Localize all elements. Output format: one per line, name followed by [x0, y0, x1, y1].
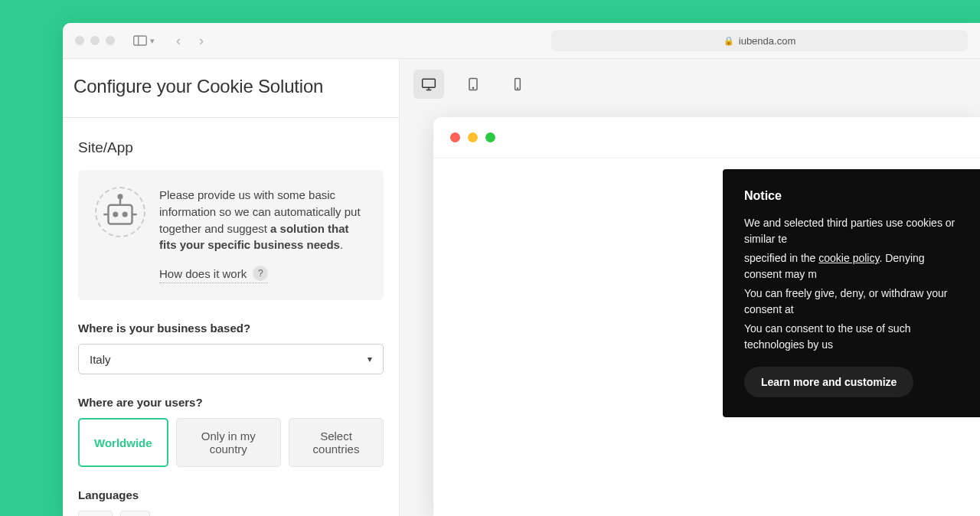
users-location-field: Where are your users? Worldwide Only in … [78, 396, 384, 467]
nav-arrows: ‹ › [173, 30, 207, 52]
how-it-works-link[interactable]: How does it work ? [159, 266, 268, 283]
chevron-down-icon: ▾ [368, 354, 372, 364]
option-my-country[interactable]: Only in my country [176, 418, 281, 467]
traffic-lights [75, 36, 115, 45]
lang-it[interactable]: IT [120, 511, 149, 516]
device-desktop-tab[interactable] [413, 70, 444, 99]
cookie-banner: Notice We and selected third parties use… [723, 169, 980, 417]
business-value: Italy [90, 353, 111, 366]
url-text: iubenda.com [739, 35, 795, 47]
info-text: Please provide us with some basic inform… [159, 187, 367, 253]
info-card: Please provide us with some basic inform… [78, 170, 384, 300]
svg-rect-0 [134, 36, 147, 45]
preview-max-dot [485, 132, 495, 142]
preview-stage: Notice We and selected third parties use… [400, 109, 980, 516]
option-select-countries[interactable]: Select countries [289, 418, 384, 467]
banner-line1b: specified in the cookie policy. Denying … [744, 250, 959, 282]
cookie-policy-link[interactable]: cookie policy [818, 252, 879, 264]
config-header: Configure your Cookie Solution [63, 59, 399, 118]
device-mobile-tab[interactable] [502, 70, 533, 99]
preview-window: Notice We and selected third parties use… [433, 117, 980, 516]
business-location-field: Where is your business based? Italy ▾ [78, 322, 384, 374]
url-bar[interactable]: 🔒 iubenda.com [551, 30, 968, 51]
device-tabs [400, 59, 980, 109]
lock-icon: 🔒 [724, 36, 734, 46]
languages-field: Languages EN IT [78, 488, 384, 516]
lang-en[interactable]: EN [78, 511, 113, 516]
config-content: Site/App [63, 118, 399, 516]
svg-point-4 [123, 213, 127, 217]
browser-toolbar: ▾ ‹ › 🔒 iubenda.com [63, 23, 980, 59]
preview-close-dot [450, 132, 460, 142]
browser-window: ▾ ‹ › 🔒 iubenda.com Configure your Cooki… [63, 23, 980, 516]
preview-min-dot [468, 132, 478, 142]
banner-line2: You can freely give, deny, or withdraw y… [744, 286, 959, 318]
users-label: Where are your users? [78, 396, 384, 409]
business-label: Where is your business based? [78, 322, 384, 335]
users-options: Worldwide Only in my country Select coun… [78, 418, 384, 467]
preview-titlebar [433, 117, 980, 158]
svg-rect-2 [109, 205, 132, 224]
banner-line3: You can consent to the use of such techn… [744, 321, 959, 353]
banner-line1: We and selected third parties use cookie… [744, 215, 959, 247]
banner-actions: Learn more and customize [744, 367, 959, 397]
svg-point-15 [518, 88, 518, 89]
robot-icon [95, 187, 145, 237]
maximize-window-dot[interactable] [106, 36, 115, 45]
language-chips: EN IT [78, 511, 384, 516]
business-select[interactable]: Italy ▾ [78, 344, 384, 374]
languages-label: Languages [78, 488, 384, 501]
banner-title: Notice [744, 189, 959, 203]
device-tablet-tab[interactable] [458, 70, 488, 99]
config-panel: Configure your Cookie Solution Site/App [63, 59, 400, 516]
svg-rect-9 [423, 79, 436, 87]
svg-point-3 [113, 213, 117, 217]
option-worldwide[interactable]: Worldwide [78, 418, 168, 467]
sidebar-toggle-icon[interactable]: ▾ [130, 32, 158, 49]
svg-point-6 [119, 195, 122, 199]
help-icon: ? [253, 266, 268, 281]
back-button[interactable]: ‹ [173, 30, 184, 52]
page-title: Configure your Cookie Solution [74, 76, 385, 97]
learn-more-button[interactable]: Learn more and customize [744, 367, 913, 397]
forward-button[interactable]: › [196, 30, 207, 52]
svg-point-13 [472, 87, 473, 88]
preview-panel: Notice We and selected third parties use… [400, 59, 980, 516]
close-window-dot[interactable] [75, 36, 84, 45]
section-label: Site/App [78, 139, 384, 156]
minimize-window-dot[interactable] [90, 36, 100, 45]
app-body: Configure your Cookie Solution Site/App [63, 59, 980, 516]
